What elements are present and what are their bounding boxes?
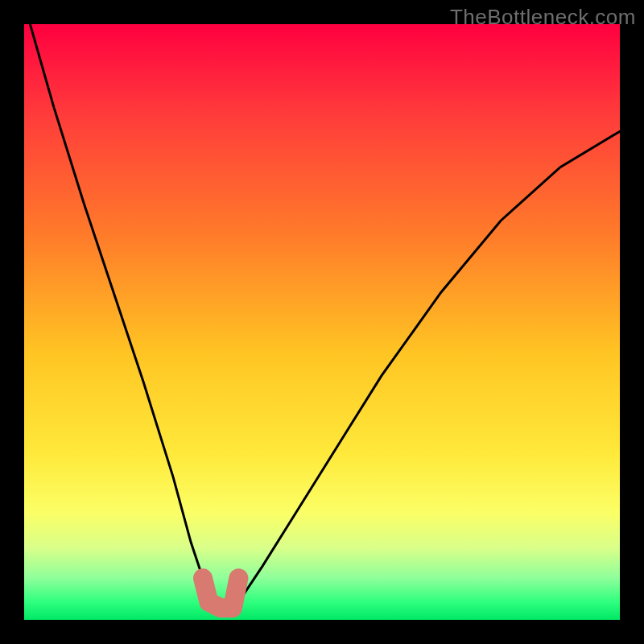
chart-container: TheBottleneck.com: [0, 0, 644, 644]
bottleneck-chart: [24, 24, 620, 620]
watermark-label: TheBottleneck.com: [450, 5, 636, 30]
gradient-background: [24, 24, 620, 620]
